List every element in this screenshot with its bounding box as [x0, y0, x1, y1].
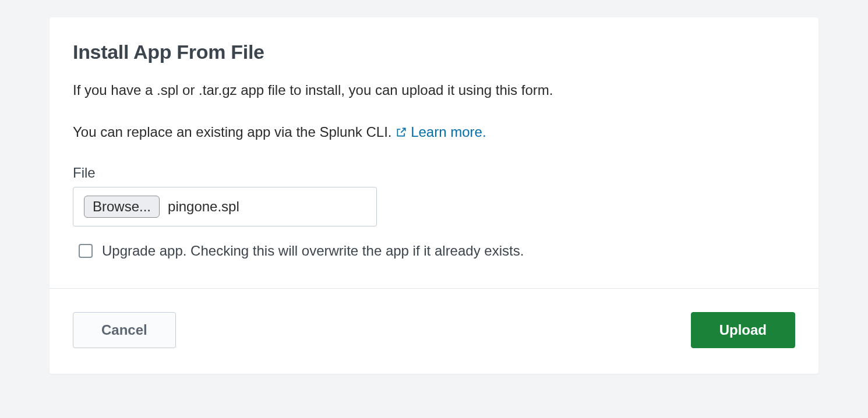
upgrade-checkbox-row: Upgrade app. Checking this will overwrit… — [79, 243, 795, 259]
cancel-button[interactable]: Cancel — [73, 312, 176, 348]
file-field-label: File — [73, 165, 795, 181]
panel-footer: Cancel Upload — [50, 288, 818, 374]
upload-button[interactable]: Upload — [691, 312, 795, 348]
browse-button[interactable]: Browse... — [84, 196, 160, 218]
description-text-1: If you have a .spl or .tar.gz app file t… — [73, 80, 795, 101]
learn-more-link[interactable]: Learn more. — [396, 124, 486, 140]
learn-more-label: Learn more. — [411, 124, 486, 140]
upgrade-checkbox[interactable] — [79, 244, 93, 258]
page-title: Install App From File — [73, 41, 795, 63]
panel-body: Install App From File If you have a .spl… — [50, 17, 818, 288]
install-app-panel: Install App From File If you have a .spl… — [50, 17, 818, 374]
description-text-2: You can replace an existing app via the … — [73, 122, 795, 144]
file-input[interactable]: Browse... pingone.spl — [73, 187, 377, 226]
cli-note-text: You can replace an existing app via the … — [73, 124, 396, 140]
selected-file-name: pingone.spl — [168, 199, 239, 215]
external-link-icon — [396, 123, 407, 144]
upgrade-checkbox-label[interactable]: Upgrade app. Checking this will overwrit… — [102, 243, 524, 259]
